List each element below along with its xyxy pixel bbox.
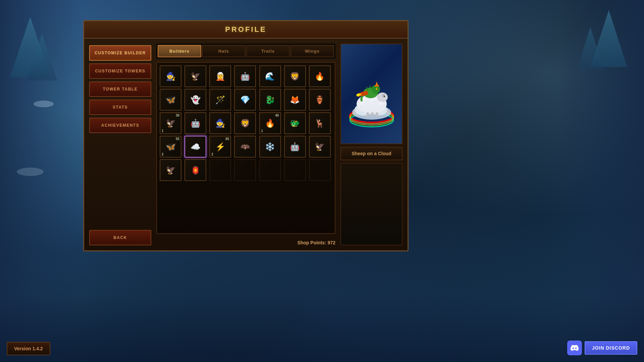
character-icon: 🦅 (163, 115, 179, 131)
character-icon: 🦁 (237, 115, 253, 131)
main-content: Builders Hats Trails Wings 🧙🦅🧝🤖🌊🦁🔥🦋👻🪄💎🐉🦊… (156, 44, 335, 245)
grid-cell[interactable]: 🐉 (259, 89, 281, 111)
grid-cell[interactable]: 🦊 (284, 89, 306, 111)
sidebar-item-tower-table[interactable]: TOWER TABLE (89, 81, 151, 97)
grid-cell[interactable]: 🤖 (284, 136, 306, 158)
grid-cell[interactable]: 🦇 (234, 136, 256, 158)
grid-cell[interactable]: ☁️ (184, 136, 206, 158)
sidebar-item-stats[interactable]: STATS (89, 100, 151, 115)
character-icon: 🧙 (212, 115, 228, 131)
grid-cell[interactable] (284, 159, 306, 181)
cell-badge-bottom: 2 (211, 153, 213, 156)
svg-point-12 (363, 100, 372, 110)
preview-panel: Sheep on a Cloud (340, 44, 402, 245)
grid-cell[interactable]: 🏮 (184, 159, 206, 181)
dialog-title: PROFILE (84, 21, 408, 39)
svg-rect-30 (375, 85, 379, 86)
grid-cell[interactable] (309, 159, 331, 181)
grid-cell[interactable]: 💎 (234, 89, 256, 111)
sidebar-item-customize-towers[interactable]: CUSTOMIZE TOWERS (89, 63, 151, 79)
dialog-body: CUSTOMIZE BUILDER CUSTOMIZE TOWERS TOWER… (84, 39, 408, 250)
character-icon: 🦌 (312, 115, 328, 131)
grid-cell[interactable]: 🌊 (259, 65, 281, 87)
character-icon: 🧝 (212, 68, 228, 84)
svg-rect-18 (371, 112, 374, 117)
bottom-bar: Shop Points: 972 (156, 237, 335, 245)
character-icon: 🏮 (187, 162, 204, 178)
character-icon: 🦊 (287, 92, 303, 108)
character-icon: 🐲 (287, 115, 303, 131)
grid-cell[interactable]: 🦌 (309, 112, 331, 134)
grid-cell[interactable]: 652⚡ (209, 136, 231, 158)
grid-cell[interactable]: 🔥 (309, 65, 331, 87)
grid-cell[interactable]: 🦋 (160, 89, 181, 111)
character-icon: 🤖 (187, 115, 204, 131)
svg-point-13 (371, 100, 380, 109)
grid-cell[interactable]: 🧙 (209, 112, 231, 134)
grid-cell[interactable]: 👻 (184, 89, 206, 111)
grid-cell[interactable] (234, 159, 256, 181)
sidebar-item-achievements[interactable]: ACHIEVEMENTS (89, 118, 151, 133)
grid-cell[interactable]: 🧙 (160, 65, 181, 87)
grid-cell[interactable]: 401🔥 (259, 112, 281, 134)
grid-container: 🧙🦅🧝🤖🌊🦁🔥🦋👻🪄💎🐉🦊🏺301🦅🤖🧙🦁401🔥🐲🦌552🦋☁️652⚡🦇❄️… (156, 62, 335, 234)
character-icon: 🦇 (237, 139, 253, 155)
cell-badge-top: 65 (225, 137, 229, 141)
character-icon: 🔥 (312, 68, 328, 84)
grid-cell[interactable]: 🦅 (160, 159, 181, 181)
tab-wings[interactable]: Wings (290, 45, 334, 57)
preview-description (340, 163, 402, 245)
tab-trails[interactable]: Trails (246, 45, 290, 57)
grid-cell[interactable] (259, 159, 281, 181)
character-icon: 👻 (187, 92, 204, 108)
svg-marker-29 (376, 81, 378, 85)
grid-cell[interactable]: 🧝 (209, 65, 231, 87)
character-icon: 🦅 (163, 162, 179, 178)
character-icon: 🌊 (262, 68, 278, 84)
shop-points: Shop Points: 972 (297, 240, 335, 245)
cell-badge-top: 55 (176, 137, 179, 141)
grid-cell[interactable]: ❄️ (259, 136, 281, 158)
join-discord-button[interactable]: JOIN DISCORD (585, 341, 637, 355)
grid-cell[interactable]: 🦅 (184, 65, 206, 87)
grid-cell[interactable]: 552🦋 (160, 136, 181, 158)
svg-point-23 (377, 88, 378, 89)
character-icon: 🐉 (262, 92, 278, 108)
character-icon: 🪄 (212, 92, 228, 108)
character-grid: 🧙🦅🧝🤖🌊🦁🔥🦋👻🪄💎🐉🦊🏺301🦅🤖🧙🦁401🔥🐲🦌552🦋☁️652⚡🦇❄️… (160, 65, 332, 181)
discord-area: JOIN DISCORD (567, 341, 637, 355)
grid-cell[interactable]: 🤖 (234, 65, 256, 87)
character-icon: 🦋 (163, 92, 179, 108)
tab-hats[interactable]: Hats (202, 45, 246, 57)
svg-marker-25 (370, 84, 372, 89)
discord-icon (567, 341, 582, 355)
svg-point-16 (384, 96, 385, 97)
back-button[interactable]: BACK (89, 230, 151, 245)
profile-dialog: PROFILE CUSTOMIZE BUILDER CUSTOMIZE TOWE… (83, 20, 409, 251)
character-icon: 💎 (237, 92, 253, 108)
cell-badge-top: 40 (275, 114, 279, 117)
character-icon: 🏺 (312, 92, 328, 108)
preview-item-name: Sheep on a Cloud (340, 147, 402, 160)
character-icon: ⚡ (212, 139, 228, 155)
grid-cell[interactable]: 301🦅 (160, 112, 181, 134)
grid-cell[interactable]: 🦅 (309, 136, 331, 158)
grid-cell[interactable]: 🤖 (184, 112, 206, 134)
character-icon: 🦁 (287, 68, 303, 84)
preview-image (340, 44, 402, 144)
sidebar-item-customize-builder[interactable]: CUSTOMIZE BUILDER (89, 45, 151, 61)
character-icon: ☁️ (187, 139, 204, 155)
sidebar: CUSTOMIZE BUILDER CUSTOMIZE TOWERS TOWER… (89, 44, 151, 245)
cell-badge-top: 30 (176, 114, 179, 117)
grid-cell[interactable]: 🦁 (234, 112, 256, 134)
character-icon: ❄️ (262, 139, 278, 155)
grid-cell[interactable]: 🪄 (209, 89, 231, 111)
character-icon: 🦅 (187, 68, 204, 84)
grid-cell[interactable]: 🏺 (309, 89, 331, 111)
cell-badge-bottom: 1 (261, 129, 263, 133)
version-label: Version 1.4.2 (7, 342, 50, 355)
tab-builders[interactable]: Builders (158, 45, 201, 57)
grid-cell[interactable]: 🐲 (284, 112, 306, 134)
grid-cell[interactable]: 🦁 (284, 65, 306, 87)
grid-cell[interactable] (209, 159, 231, 181)
